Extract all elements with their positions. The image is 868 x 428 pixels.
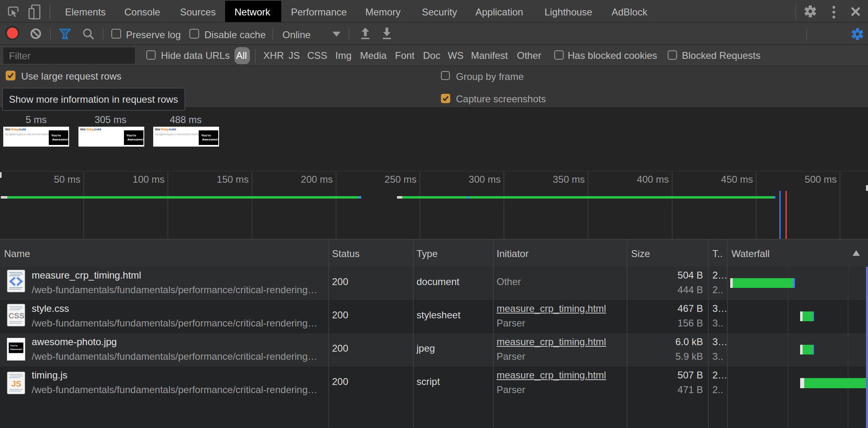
svg-text:You're: You're [10,344,18,347]
svg-text:JS: JS [11,379,21,388]
svg-text:Awesome!: Awesome! [10,348,22,350]
svg-text:CSS: CSS [9,311,24,320]
